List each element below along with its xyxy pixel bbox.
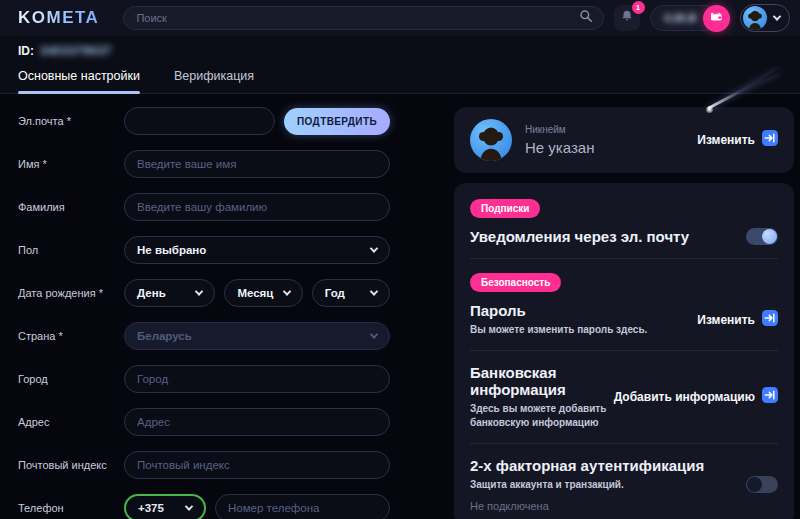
city-field-wrap (124, 365, 390, 393)
form-row-last-name: Фамилия (18, 193, 390, 221)
gender-select[interactable]: Не выбрано (124, 236, 390, 264)
wallet-icon (710, 9, 723, 27)
tab-verification[interactable]: Верификация (174, 60, 254, 93)
birth-day-value: День (137, 287, 166, 299)
form-row-country: Страна * Беларусь (18, 322, 390, 350)
edit-nickname-button[interactable]: Изменить (697, 130, 778, 150)
chevron-down-icon (195, 287, 203, 295)
change-password-label: Изменить (697, 313, 755, 327)
bell-icon (620, 9, 634, 27)
change-password-button[interactable]: Изменить (697, 310, 778, 330)
notifications-button[interactable]: 1 (614, 5, 640, 31)
balance-value-blurred: 0.00 ₽ (665, 12, 696, 25)
chevron-down-icon (185, 502, 193, 510)
divider (470, 258, 778, 259)
form-row-postal-code: Почтовый индекс (18, 451, 390, 479)
twofa-title: 2-х факторная аутентификация (470, 457, 704, 474)
form-row-email: Эл.почта * ПОДТВЕРДИТЬ (18, 107, 390, 135)
chevron-down-icon (370, 244, 378, 252)
gender-select-value: Не выбрано (137, 244, 206, 256)
kometa-logo[interactable]: KOMETA (18, 8, 99, 28)
twofa-subtitle: Защита аккаунта и транзакций. (470, 478, 704, 492)
user-id-label: ID: (18, 44, 34, 58)
email-notifications-row: Уведомления через эл. почту (470, 228, 778, 245)
address-field[interactable] (137, 416, 377, 428)
header-actions: 1 0.00 ₽ (614, 4, 790, 32)
password-title: Пароль (470, 302, 647, 319)
email-notifications-toggle[interactable] (746, 228, 778, 245)
birth-month-select[interactable]: Месяц (224, 279, 302, 307)
wallet-button[interactable] (703, 5, 730, 32)
search-input[interactable] (136, 12, 578, 24)
email-field-wrap (124, 107, 275, 135)
phone-field[interactable] (228, 502, 377, 514)
country-label: Страна * (18, 330, 124, 342)
birthdate-label: Дата рождения * (18, 287, 124, 299)
country-select-value: Беларусь (137, 330, 192, 342)
chevron-down-icon (370, 287, 378, 295)
postal-code-field[interactable] (137, 459, 377, 471)
form-row-phone: Телефон +375 (18, 494, 390, 519)
subscriptions-badge: Подписки (470, 199, 540, 218)
user-id-value-blurred: 3403379637 (40, 44, 112, 58)
first-name-field-wrap (124, 150, 390, 178)
account-panel: Никнейм Не указан Изменить Подписки Увед… (454, 107, 794, 519)
first-name-label: Имя * (18, 158, 124, 170)
nickname-value: Не указан (525, 139, 594, 156)
password-subtitle: Вы можете изменить пароль здесь. (470, 323, 647, 337)
last-name-field-wrap (124, 193, 390, 221)
gender-label: Пол (18, 244, 124, 256)
notifications-count-badge: 1 (632, 1, 645, 14)
first-name-field[interactable] (137, 158, 377, 170)
email-field[interactable] (137, 115, 262, 127)
country-select: Беларусь (124, 322, 390, 350)
address-field-wrap (124, 408, 390, 436)
profile-menu-button[interactable] (740, 4, 790, 32)
email-notifications-label: Уведомления через эл. почту (470, 228, 689, 245)
wallet-area: 0.00 ₽ (650, 5, 730, 32)
add-bank-info-label: Добавить информацию (614, 390, 755, 404)
postal-code-field-wrap (124, 451, 390, 479)
last-name-label: Фамилия (18, 201, 124, 213)
birth-month-value: Месяц (237, 287, 273, 299)
security-badge: Безопасность (470, 273, 561, 292)
email-label: Эл.почта * (18, 115, 124, 127)
nickname-card: Никнейм Не указан Изменить (454, 107, 794, 173)
user-id-row: ID: 3403379637 (0, 36, 800, 60)
phone-code-select[interactable]: +375 (124, 494, 206, 519)
main-content: Эл.почта * ПОДТВЕРДИТЬ Имя * Фамилия (0, 94, 800, 519)
last-name-field[interactable] (137, 201, 377, 213)
city-label: Город (18, 373, 124, 385)
phone-field-wrap (215, 494, 390, 519)
chevron-down-icon (282, 287, 290, 295)
app-header: KOMETA 1 0.00 ₽ (0, 0, 800, 36)
bank-info-subtitle: Здесь вы можете добавить банковскую инфо… (470, 402, 614, 430)
bank-info-title: Банковская информация (470, 364, 614, 398)
settings-tabs: Основные настройки Верификация (0, 60, 800, 94)
avatar (743, 6, 767, 30)
form-row-city: Город (18, 365, 390, 393)
birth-year-select[interactable]: Год (312, 279, 390, 307)
form-row-gender: Пол Не выбрано (18, 236, 390, 264)
chevron-down-icon (773, 12, 781, 20)
password-row: Пароль Вы можете изменить пароль здесь. … (470, 302, 778, 337)
search-icon[interactable] (579, 9, 593, 27)
add-bank-info-button[interactable]: Добавить информацию (614, 387, 778, 407)
form-row-first-name: Имя * (18, 150, 390, 178)
search-bar[interactable] (123, 6, 603, 30)
city-field[interactable] (137, 373, 377, 385)
chevron-down-icon (370, 330, 378, 338)
edit-nickname-label: Изменить (697, 133, 755, 147)
bank-info-row: Банковская информация Здесь вы можете до… (470, 364, 778, 430)
divider (470, 443, 778, 444)
birth-day-select[interactable]: День (124, 279, 215, 307)
form-row-address: Адрес (18, 408, 390, 436)
twofa-toggle[interactable] (746, 476, 778, 493)
settings-card: Подписки Уведомления через эл. почту Без… (454, 183, 794, 519)
tab-main-settings[interactable]: Основные настройки (18, 60, 140, 93)
twofa-row: 2-х факторная аутентификация Защита акка… (470, 457, 778, 512)
nickname-label: Никнейм (525, 124, 594, 135)
confirm-email-button[interactable]: ПОДТВЕРДИТЬ (284, 108, 390, 135)
address-label: Адрес (18, 416, 124, 428)
birth-year-value: Год (325, 287, 345, 299)
